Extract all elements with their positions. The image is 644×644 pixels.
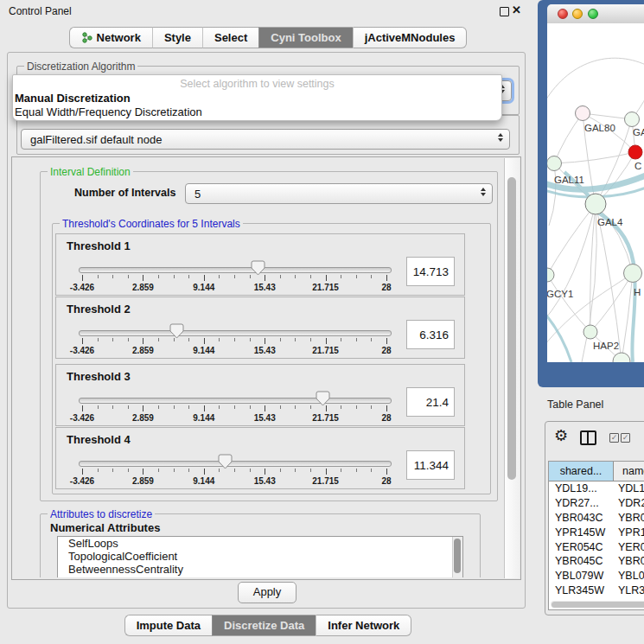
threshold-1-value-field[interactable]: 14.713 [406,257,455,286]
bottom-tab-impute-data[interactable]: Impute Data [124,615,212,636]
tick-label: 9.144 [193,413,214,423]
tick-mark [158,338,159,341]
slider-thumb[interactable] [218,454,233,469]
scrollbar-thumb[interactable] [454,539,461,573]
numerical-attributes-list[interactable]: SelfLoopsTopologicalCoefficientBetweenne… [57,536,463,577]
tick-mark [188,469,189,472]
table-row[interactable]: YDR27...YDR2 [549,496,644,511]
minimize-traffic-light[interactable] [572,9,583,19]
tab-cyni-toolbox[interactable]: Cyni Toolbox [258,27,352,48]
bottom-tab-infer-network[interactable]: Infer Network [316,615,411,636]
node-h[interactable] [624,265,642,283]
cell-shared-name[interactable]: YBR043C [549,512,613,524]
node-red-selected[interactable] [628,145,642,159]
table-row[interactable]: YDL19...YDL1 [549,481,644,496]
column-header-shared-name[interactable]: shared... [549,462,614,481]
number-of-intervals-combobox[interactable]: 5 [185,183,493,204]
cell-shared-name[interactable]: YPR145W [549,526,613,539]
slider-thumb[interactable] [169,323,184,339]
tick-mark [143,405,143,411]
threshold-1-slider[interactable]: -3.4262.8599.14415.4321.71528 [56,260,464,295]
attribute-item-betweennesscentrality[interactable]: BetweennessCentrality [58,563,462,576]
table-data-combobox[interactable]: galFiltered.sif default node [21,129,510,150]
threshold-4-value-field[interactable]: 11.344 [406,450,455,480]
network-canvas[interactable]: GAL80 GA C GAL11 GAL4 GCY1 H HAP2 [547,23,644,362]
tab-style[interactable]: Style [152,27,202,48]
close-traffic-light[interactable] [558,9,568,19]
scrollbar-thumb[interactable] [552,602,644,608]
cell-shared-name[interactable]: YDR27... [549,497,613,509]
tab-jactivemnodules[interactable]: jActiveMNodules [353,27,468,48]
node-hap2[interactable] [583,325,597,339]
group-title: Discretization Algorithm [24,61,137,73]
scrollbar-thumb[interactable] [507,177,516,480]
cell-shared-name[interactable]: YER054C [549,541,613,553]
cell-shared-name[interactable]: YBL079W [549,570,613,582]
slider-track[interactable] [79,461,392,467]
cell-shared-name[interactable]: YLR345W [549,584,613,596]
list-scrollbar[interactable] [452,537,462,577]
tab-select[interactable]: Select [202,27,258,48]
tick-mark [204,469,205,475]
tick-mark [356,469,357,472]
tab-network[interactable]: Network [69,27,152,48]
tick-mark [174,405,175,409]
slider-track[interactable] [79,267,392,273]
node-partial-top-right[interactable] [625,112,640,127]
cell-name[interactable]: YBR0 [613,512,644,524]
slider-track[interactable] [79,330,392,336]
cell-name[interactable]: YDR2 [613,497,644,509]
column-header-name[interactable]: name [614,462,644,481]
gear-icon[interactable]: ⚙ [554,426,568,445]
table-row[interactable]: YER054CYER0 [549,539,644,554]
threshold-4-slider[interactable]: -3.4262.8599.14415.4321.71528 [56,454,464,488]
tick-mark [326,275,327,281]
threshold-2-slider[interactable]: -3.4262.8599.14415.4321.71528 [56,323,464,358]
tick-mark [219,405,220,409]
cell-name[interactable]: YLR3 [613,584,644,596]
group-title: Interval Definition [48,166,133,178]
attribute-item-selfloops[interactable]: SelfLoops [58,537,462,550]
node-partial-bottom[interactable] [613,353,630,362]
threshold-2-value-field[interactable]: 6.316 [406,320,455,349]
tick-label: 15.43 [254,283,276,292]
apply-button[interactable]: Apply [238,582,296,603]
checkbox-icon[interactable]: ✓ [609,433,619,443]
table-row[interactable]: YBR045CYBR0 [549,554,644,569]
number-of-intervals-label: Number of Intervals [74,187,175,199]
table-row[interactable]: YBR043CYBR0 [549,511,644,526]
cell-name[interactable]: YBL0 [613,570,644,582]
algorithm-option-equal-width-frequency-discretization[interactable]: Equal Width/Frequency Discretization [15,105,202,118]
cell-shared-name[interactable]: YBR045C [549,555,613,567]
bottom-tab-discretize-data[interactable]: Discretize Data [212,615,316,636]
tick-mark [386,338,387,344]
slider-thumb[interactable] [251,260,265,276]
attribute-item-topologicalcoefficient[interactable]: TopologicalCoefficient [58,550,462,563]
cell-shared-name[interactable]: YDL19... [549,482,613,494]
threshold-3-slider[interactable]: -3.4262.8599.14415.4321.71528 [56,391,464,425]
tick-mark [295,338,296,341]
slider-thumb[interactable] [316,391,330,406]
float-window-icon[interactable] [500,7,509,16]
checkbox-icon[interactable]: ✓ [621,433,630,443]
zoom-traffic-light[interactable] [588,9,598,19]
tick-mark [295,405,296,409]
cell-name[interactable]: YPR1 [613,526,644,539]
split-columns-icon[interactable] [580,430,596,445]
node-gal4[interactable] [585,194,606,214]
panel-scrollbar[interactable] [504,158,520,578]
table-row[interactable]: YPR145WYPR1 [549,525,644,539]
slider-track[interactable] [79,398,392,404]
node-gal80[interactable] [576,106,590,121]
cell-name[interactable]: YDL1 [613,482,644,494]
node-gcy1[interactable] [547,268,554,282]
cell-name[interactable]: YBR0 [613,555,644,567]
algorithm-option-manual-discretization[interactable]: Manual Discretization [15,92,131,105]
threshold-3-value-field[interactable]: 21.4 [406,387,455,417]
table-hscrollbar[interactable] [551,601,644,608]
cell-name[interactable]: YER0 [613,541,644,553]
table-row[interactable]: YLR345WYLR3 [549,583,644,598]
node-gal11[interactable] [547,156,562,171]
table-row[interactable]: YBL079WYBL0 [549,569,644,583]
close-icon[interactable]: ✕ [512,3,521,16]
